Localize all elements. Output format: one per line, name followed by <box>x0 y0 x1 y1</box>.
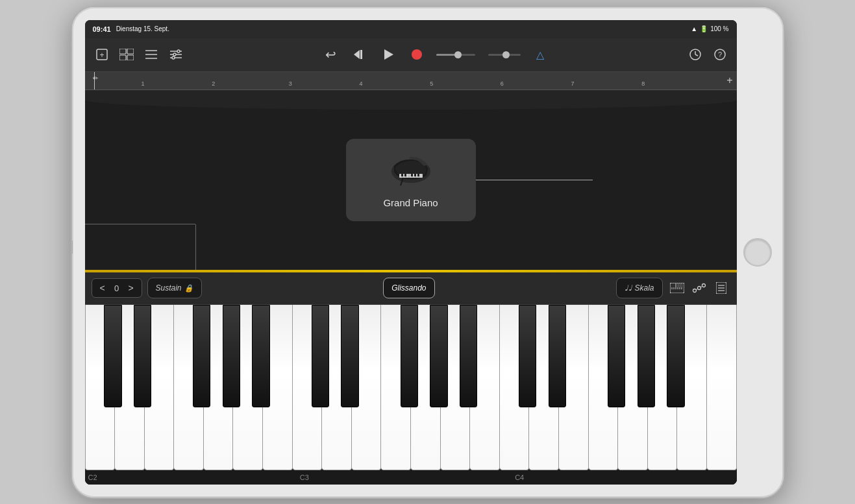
white-key-3[interactable] <box>174 305 204 470</box>
white-key-2[interactable] <box>145 305 175 470</box>
toolbar-right: ? <box>686 45 729 64</box>
track-view-button[interactable] <box>118 45 136 64</box>
white-key-19[interactable] <box>648 305 678 470</box>
svg-rect-19 <box>360 50 362 59</box>
annotation-line-bottom <box>195 224 196 270</box>
instrument-name: Grand Piano <box>383 197 438 208</box>
keyboard-view-button[interactable] <box>668 279 686 297</box>
ruler-mark-7: 7 <box>571 80 575 87</box>
white-key-5[interactable] <box>233 305 263 470</box>
settings-panel-button[interactable] <box>712 279 730 297</box>
ruler-mark-1: 1 <box>142 80 145 87</box>
note-label-c2: C2 <box>88 474 97 481</box>
white-key-13[interactable] <box>470 305 500 470</box>
octave-next-button[interactable]: > <box>123 280 139 296</box>
timeline-ruler: ✏ 1 2 3 4 5 6 7 8 + <box>85 72 737 90</box>
svg-rect-5 <box>127 55 134 60</box>
white-key-11[interactable] <box>411 305 441 470</box>
svg-text:+: + <box>99 51 104 60</box>
svg-point-16 <box>172 56 175 59</box>
play-button[interactable] <box>379 45 397 64</box>
svg-point-55 <box>702 284 705 287</box>
svg-rect-4 <box>127 49 134 54</box>
sustain-button[interactable]: Sustain 🔒 <box>147 278 202 298</box>
svg-rect-2 <box>119 49 126 54</box>
ruler-marks: 1 2 3 4 5 6 7 8 <box>90 72 732 90</box>
note-label-c3: C3 <box>300 474 309 481</box>
white-key-14[interactable] <box>500 305 530 470</box>
white-key-10[interactable] <box>381 305 411 470</box>
track-area: Grand Piano <box>85 90 737 270</box>
white-key-8[interactable] <box>322 305 352 470</box>
status-right-icons: ▲ 🔋 100 % <box>691 25 728 32</box>
arpeggio-button[interactable] <box>690 279 708 297</box>
white-key-20[interactable] <box>677 305 707 470</box>
annotation-line-right <box>476 180 593 180</box>
white-key-12[interactable] <box>441 305 471 470</box>
status-bar: 09:41 Dienstag 15. Sept. ▲ 🔋 100 % <box>85 20 737 38</box>
svg-rect-39 <box>417 174 419 176</box>
svg-point-54 <box>697 287 700 290</box>
svg-point-13 <box>177 50 180 53</box>
mixer-button[interactable] <box>142 45 160 64</box>
svg-rect-36 <box>404 174 406 176</box>
svg-line-24 <box>695 54 698 56</box>
right-icon-controls <box>668 279 730 297</box>
svg-line-56 <box>696 289 698 290</box>
svg-rect-37 <box>411 174 413 176</box>
svg-rect-35 <box>401 174 403 176</box>
white-key-1[interactable] <box>115 305 145 470</box>
toolbar-left: + <box>93 45 185 64</box>
white-key-6[interactable] <box>263 305 293 470</box>
white-key-21[interactable] <box>707 305 737 470</box>
octave-value: 0 <box>112 283 122 293</box>
white-key-17[interactable] <box>589 305 619 470</box>
record-button[interactable] <box>408 45 426 64</box>
svg-rect-38 <box>414 174 416 176</box>
add-section-button[interactable]: + <box>726 75 732 86</box>
octave-prev-button[interactable]: < <box>95 280 110 296</box>
instrument-card[interactable]: Grand Piano <box>346 139 476 221</box>
wifi-icon: ▲ <box>691 25 697 32</box>
new-track-button[interactable]: + <box>93 45 111 64</box>
white-key-4[interactable] <box>204 305 234 470</box>
toolbar: + ↩ <box>85 38 737 72</box>
ruler-mark-3: 3 <box>289 80 292 87</box>
clock-button[interactable] <box>686 45 704 64</box>
battery-icon: 🔋 <box>700 25 708 32</box>
white-key-15[interactable] <box>529 305 559 470</box>
undo-button[interactable]: ↩ <box>322 45 340 64</box>
help-button[interactable]: ? <box>711 45 729 64</box>
ruler-mark-6: 6 <box>501 80 504 87</box>
metronome-button[interactable]: △ <box>531 45 549 64</box>
ruler-mark-4: 4 <box>359 80 362 87</box>
note-label-c4: C4 <box>515 474 524 481</box>
note-labels: C2 C3 C4 <box>85 470 737 485</box>
white-key-9[interactable] <box>352 305 382 470</box>
white-key-16[interactable] <box>559 305 589 470</box>
white-key-18[interactable] <box>618 305 648 470</box>
white-key-0[interactable] <box>85 305 116 470</box>
svg-point-10 <box>173 53 176 56</box>
playhead <box>94 72 95 90</box>
side-button[interactable] <box>71 241 73 254</box>
ruler-mark-2: 2 <box>212 80 215 87</box>
svg-point-53 <box>693 289 696 293</box>
svg-marker-18 <box>354 50 360 59</box>
svg-marker-20 <box>384 49 393 60</box>
status-date: Dienstag 15. Sept. <box>116 25 169 32</box>
svg-text:?: ? <box>717 51 721 58</box>
svg-rect-48 <box>671 283 673 287</box>
rewind-button[interactable] <box>351 45 369 64</box>
home-button[interactable] <box>743 238 772 267</box>
svg-rect-49 <box>673 283 675 287</box>
scale-button[interactable]: ♩♩ Skala <box>616 278 662 298</box>
lock-icon: 🔒 <box>184 284 193 293</box>
white-key-7[interactable] <box>293 305 323 470</box>
grand-piano-icon <box>388 152 434 188</box>
glissando-button[interactable]: Glissando <box>383 278 434 298</box>
toolbar-center: ↩ <box>190 45 681 64</box>
keys-container <box>85 305 737 470</box>
eq-button[interactable] <box>167 45 185 64</box>
svg-rect-50 <box>676 283 678 287</box>
